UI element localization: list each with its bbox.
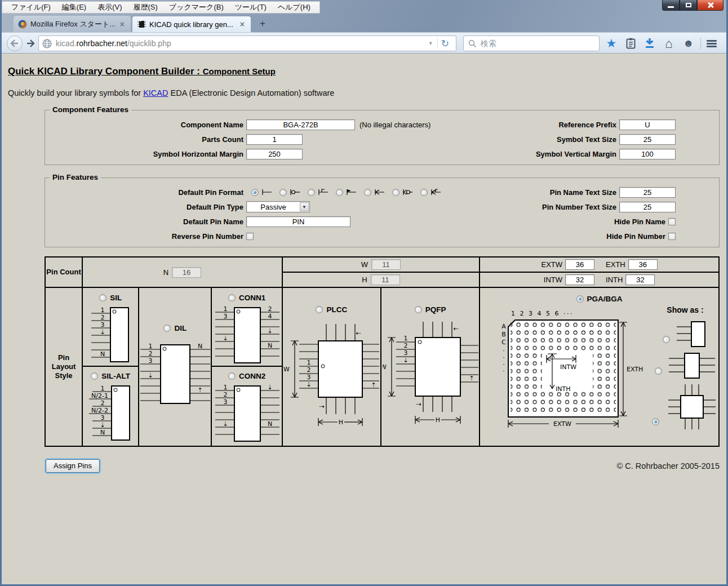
- extw-input[interactable]: [565, 259, 594, 270]
- svg-text:⇡: ⇡: [371, 381, 376, 389]
- plcc-column: PLCC: [282, 287, 381, 446]
- pga-radio[interactable]: [576, 295, 584, 303]
- maximize-button[interactable]: [680, 0, 697, 11]
- pin-format-output-low-icon: [429, 188, 442, 197]
- svg-text:4: 4: [268, 313, 272, 320]
- intw-input[interactable]: [565, 274, 594, 285]
- sil-alt-radio[interactable]: [91, 372, 98, 380]
- minimize-button[interactable]: [662, 0, 680, 11]
- conn2-diagram: 1 2 3 ⇣ ⇣ N: [212, 383, 281, 442]
- svg-text:3: 3: [224, 398, 228, 406]
- hide-pin-name-checkbox[interactable]: [668, 218, 676, 225]
- dil-radio[interactable]: [163, 325, 171, 332]
- show-as-sil-radio[interactable]: [663, 336, 670, 343]
- show-as-dil-radio[interactable]: [655, 367, 662, 375]
- pin-name-text-size-input[interactable]: [619, 187, 676, 198]
- svg-text:⇣: ⇣: [268, 384, 273, 391]
- pin-format-radio-clock-low[interactable]: [392, 189, 399, 196]
- pin-layout-table: Pin Count N W EXTW: [45, 256, 720, 447]
- w-input[interactable]: [371, 259, 401, 270]
- exth-input[interactable]: [628, 259, 658, 270]
- kicad-link[interactable]: KICAD: [143, 88, 168, 97]
- dil-column: DIL: [139, 287, 211, 446]
- maximize-icon: [686, 3, 691, 7]
- pin-format-radio-inverted-clock[interactable]: [336, 189, 343, 196]
- w-cell: W: [282, 257, 480, 272]
- forward-button[interactable]: [25, 38, 36, 48]
- new-tab-button[interactable]: +: [256, 18, 269, 29]
- url-bar[interactable]: kicad.rohrbacher.net/quicklib.php ▼ ↻: [38, 35, 456, 51]
- show-as-quad-icon: [665, 383, 719, 430]
- intw-label: INTW: [544, 276, 562, 284]
- hide-pin-number-checkbox[interactable]: [668, 233, 676, 240]
- svg-text:H: H: [339, 419, 343, 426]
- pin-format-radio-line[interactable]: [251, 189, 259, 196]
- tab-kicad-quicklib[interactable]: KICAD quick library gen... ×: [132, 16, 251, 32]
- conn2-cell: CONN2: [212, 367, 281, 445]
- page-title-section: Component Setup: [203, 66, 276, 76]
- sil-radio[interactable]: [99, 294, 106, 301]
- menu-panel-button[interactable]: [704, 37, 719, 50]
- svg-text:3: 3: [148, 357, 152, 365]
- svg-text:⇣: ⇣: [100, 328, 105, 336]
- pin-format-line-icon: [260, 188, 273, 197]
- url-dropdown-icon[interactable]: ▼: [424, 41, 437, 46]
- downloads-button[interactable]: [642, 37, 657, 50]
- default-pin-type-select[interactable]: Passive ▼: [246, 201, 310, 212]
- svg-text:N/2-2: N/2-2: [91, 407, 108, 414]
- globe-icon: [42, 39, 52, 48]
- tab-firefox-start[interactable]: Mozilla Firefox スタート... ×: [14, 16, 131, 32]
- search-input[interactable]: [481, 39, 594, 48]
- symbol-text-size-input[interactable]: [619, 134, 676, 145]
- close-button[interactable]: [697, 0, 723, 11]
- reference-prefix-input[interactable]: [619, 119, 676, 130]
- menu-help[interactable]: ヘルプ(H): [272, 2, 316, 12]
- pin-number-text-size-input[interactable]: [619, 202, 676, 212]
- toolbar-divider: [700, 38, 701, 49]
- bookmark-star-button[interactable]: ★: [604, 37, 619, 50]
- menu-bookmarks[interactable]: ブックマーク(B): [163, 2, 229, 12]
- n-input[interactable]: [172, 267, 201, 278]
- pin-format-radio-inverted[interactable]: [279, 189, 287, 196]
- home-button[interactable]: ⌂: [662, 37, 676, 50]
- svg-text:1: 1: [224, 305, 228, 313]
- assign-pins-button[interactable]: Assign Pins: [46, 459, 100, 473]
- symbol-vertical-margin-input[interactable]: [619, 149, 676, 159]
- tab-close-icon[interactable]: ×: [118, 20, 126, 29]
- inth-input[interactable]: [625, 274, 655, 285]
- default-pin-type-label: Default Pin Type: [45, 203, 243, 211]
- menu-file[interactable]: ファイル(F): [6, 2, 56, 12]
- component-name-input[interactable]: [246, 119, 355, 130]
- parts-count-input[interactable]: [246, 134, 303, 145]
- tab-close-icon[interactable]: ×: [238, 20, 246, 29]
- back-button[interactable]: [7, 35, 23, 51]
- feedback-button[interactable]: ☻: [681, 37, 696, 50]
- conn2-radio[interactable]: [228, 372, 236, 380]
- pin-format-inverted-icon: [288, 188, 301, 197]
- default-pin-name-input[interactable]: [246, 216, 350, 227]
- conn1-radio[interactable]: [228, 294, 236, 301]
- pin-format-clock-low-icon: [401, 188, 414, 197]
- exth-label: EXTH: [606, 260, 625, 269]
- reload-icon[interactable]: ↻: [438, 38, 452, 50]
- symbol-horizontal-margin-input[interactable]: [246, 149, 303, 159]
- show-as-dil-icon: [668, 352, 716, 380]
- search-bar[interactable]: [463, 35, 600, 51]
- pga-diagram: 1 2 3 4 5 6 ··· A B C · · · · INTW INTH: [490, 305, 644, 432]
- menu-tools[interactable]: ツール(T): [229, 2, 272, 12]
- menu-view[interactable]: 表示(V): [92, 2, 127, 12]
- menu-history[interactable]: 履歴(S): [128, 2, 163, 12]
- show-as-quad-radio[interactable]: [652, 418, 659, 425]
- pin-format-radio-input-low[interactable]: [364, 189, 371, 196]
- svg-text:⇢: ⇢: [319, 403, 325, 410]
- plcc-radio[interactable]: [316, 306, 323, 313]
- reverse-pin-number-checkbox[interactable]: [246, 233, 254, 240]
- pqfp-radio[interactable]: [415, 306, 422, 313]
- svg-text:3: 3: [101, 321, 105, 328]
- menu-edit[interactable]: 編集(E): [56, 2, 92, 12]
- pin-format-radio-output-low[interactable]: [420, 189, 428, 196]
- pin-format-radio-clock[interactable]: [308, 189, 315, 196]
- tab-bar: Mozilla Firefox スタート... × KICAD quick li…: [0, 16, 728, 32]
- h-input[interactable]: [371, 274, 400, 285]
- bookmarks-panel-button[interactable]: [623, 37, 638, 50]
